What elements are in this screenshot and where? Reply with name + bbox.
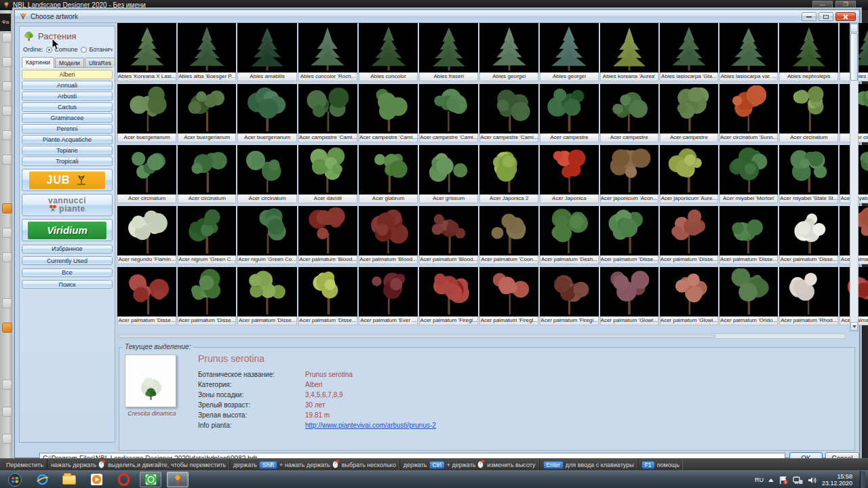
- plant-item[interactable]: Abies amabilis: [237, 23, 297, 81]
- action-button-currently-used[interactable]: Currently Used: [22, 256, 113, 265]
- show-desktop-button[interactable]: [860, 471, 865, 488]
- plant-image[interactable]: [719, 23, 778, 73]
- plant-item[interactable]: Acer palmatum 'Desh...: [540, 206, 598, 264]
- plant-item[interactable]: Acer miyabei 'Morton': [719, 145, 778, 203]
- plant-item[interactable]: Acer Japonica: [540, 145, 598, 203]
- plant-item[interactable]: Acer palmatum 'Blood...: [298, 206, 357, 264]
- plant-item[interactable]: Acer buergerianum: [237, 84, 297, 142]
- plant-item[interactable]: Acer negundo 'Flamin...: [117, 206, 176, 264]
- plant-image[interactable]: [117, 267, 176, 317]
- plant-image[interactable]: [237, 267, 297, 317]
- plant-image[interactable]: [600, 206, 658, 256]
- plant-image[interactable]: [298, 23, 357, 73]
- horizontal-scrollbar[interactable]: [117, 333, 846, 339]
- plant-image[interactable]: [660, 206, 718, 256]
- scrollbar-thumb[interactable]: [850, 33, 858, 81]
- plant-item[interactable]: Acer palmatum 'Orido...: [719, 267, 778, 325]
- plant-image[interactable]: [237, 145, 297, 195]
- tray-expand-icon[interactable]: [768, 479, 774, 482]
- window-minimize-button[interactable]: —: [812, 1, 833, 9]
- plant-item[interactable]: Abies fraseri: [419, 23, 478, 81]
- plant-image[interactable]: [779, 145, 838, 195]
- category-button-perenni[interactable]: Perenni: [22, 124, 113, 134]
- plant-image[interactable]: [600, 267, 658, 317]
- dialog-minimize-button[interactable]: [802, 12, 816, 21]
- plant-image[interactable]: [660, 267, 718, 317]
- action-button-все[interactable]: Все: [22, 268, 113, 277]
- order-radio-botanical[interactable]: [81, 47, 87, 53]
- plant-item[interactable]: Acer palmatum 'Disse...: [600, 206, 658, 264]
- plant-item[interactable]: Acer palmatum 'Disse...: [237, 267, 297, 325]
- tab-Модели[interactable]: Модели: [55, 58, 84, 67]
- category-button-topiarie[interactable]: Topiarie: [22, 146, 113, 155]
- plant-image[interactable]: [600, 23, 658, 73]
- plant-image[interactable]: [479, 206, 538, 256]
- plant-item[interactable]: Acer campestre 'Cami...: [479, 84, 538, 142]
- plant-image[interactable]: [419, 145, 478, 195]
- plant-item[interactable]: Acer circinatum: [237, 145, 297, 203]
- plant-image[interactable]: [540, 206, 598, 256]
- plant-image[interactable]: [719, 206, 778, 256]
- plant-item[interactable]: Acer palmatum 'Firegl...: [479, 267, 538, 325]
- plant-image[interactable]: [117, 145, 176, 195]
- brand-button-jub[interactable]: JUB: [22, 169, 113, 191]
- tab-UltraRes[interactable]: UltraRes: [85, 58, 115, 67]
- action-center-flag-icon[interactable]: [778, 476, 788, 485]
- plant-image[interactable]: [237, 23, 297, 73]
- plant-item[interactable]: Acer palmatum 'Firegl...: [419, 267, 478, 325]
- scroll-down-button[interactable]: [850, 322, 858, 331]
- plant-item[interactable]: Abies concolor 'Roch...: [298, 23, 357, 81]
- plant-item[interactable]: Acer circinatum 'Sunn...: [719, 84, 778, 142]
- plant-image[interactable]: [600, 84, 658, 134]
- plant-item[interactable]: Acer palmatum 'Coon...: [479, 206, 538, 264]
- plant-image[interactable]: [298, 267, 357, 317]
- plant-image[interactable]: [479, 84, 538, 134]
- plant-item[interactable]: Acer buergerianum: [178, 84, 236, 142]
- window-restore-button[interactable]: ❐: [835, 1, 856, 9]
- plant-item[interactable]: Acer campestre 'Cami...: [298, 84, 357, 142]
- plant-image[interactable]: [178, 84, 236, 134]
- plant-item[interactable]: Acer buergerianum: [117, 84, 176, 142]
- plant-image[interactable]: [479, 267, 538, 317]
- plant-image[interactable]: [237, 84, 297, 134]
- plant-item[interactable]: Acer nigum 'Green Co...: [237, 206, 297, 264]
- plant-item[interactable]: Acer japonicum 'Acon...: [600, 145, 658, 203]
- volume-icon[interactable]: [808, 476, 817, 485]
- plant-item[interactable]: Acer nigrum 'Green C...: [178, 206, 236, 264]
- plant-item[interactable]: Abies koreana 'Aurea': [600, 23, 658, 81]
- plant-image[interactable]: [178, 145, 236, 195]
- plant-item[interactable]: Abies nephrolepis: [779, 23, 838, 81]
- plant-item[interactable]: Acer palmatum 'Glowi...: [660, 267, 718, 325]
- plant-image[interactable]: [479, 145, 538, 195]
- plant-image[interactable]: [419, 84, 478, 134]
- plant-image[interactable]: [359, 267, 418, 317]
- plant-image[interactable]: [359, 206, 418, 256]
- plant-item[interactable]: Acer palmatum 'Disse...: [117, 267, 176, 325]
- plant-image[interactable]: [298, 84, 357, 134]
- plant-image[interactable]: [298, 206, 357, 256]
- plant-image[interactable]: [719, 267, 778, 317]
- plant-item[interactable]: Abies 'Koreana X Lasi...: [117, 23, 176, 81]
- plant-item[interactable]: Abies concolor: [359, 23, 418, 81]
- plant-item[interactable]: Acer circinatum: [779, 84, 838, 142]
- plant-item[interactable]: Acer griseum: [419, 145, 478, 203]
- plant-image[interactable]: [779, 206, 838, 256]
- plant-item[interactable]: Acer palmatum 'Disse...: [178, 267, 236, 325]
- action-button-поиск[interactable]: Поиск: [22, 280, 113, 289]
- scroll-up-button[interactable]: [850, 24, 858, 33]
- hscrollbar-thumb[interactable]: [119, 335, 715, 338]
- tray-clock[interactable]: 15:58 23.12.2020: [822, 473, 855, 487]
- plant-item[interactable]: Acer palmatum 'Blood...: [359, 206, 418, 264]
- brand-button-viridium[interactable]: Viridium: [22, 219, 113, 241]
- plant-item[interactable]: Abies georgei: [479, 23, 538, 81]
- plant-item[interactable]: Acer circinatum: [117, 145, 176, 203]
- plant-image[interactable]: [479, 23, 538, 73]
- plant-image[interactable]: [419, 23, 478, 73]
- plant-image[interactable]: [540, 84, 598, 134]
- network-icon[interactable]: [793, 476, 803, 485]
- plant-item[interactable]: Abies lasiocarpa var. ...: [719, 23, 778, 81]
- plant-item[interactable]: Acer japonicum 'Aure...: [660, 145, 718, 203]
- plant-item[interactable]: Acer palmatum 'Glowi...: [600, 267, 658, 325]
- category-button-piante-acquatiche[interactable]: Piante Acquatiche: [22, 135, 113, 144]
- plant-item[interactable]: Acer campestre: [540, 84, 598, 142]
